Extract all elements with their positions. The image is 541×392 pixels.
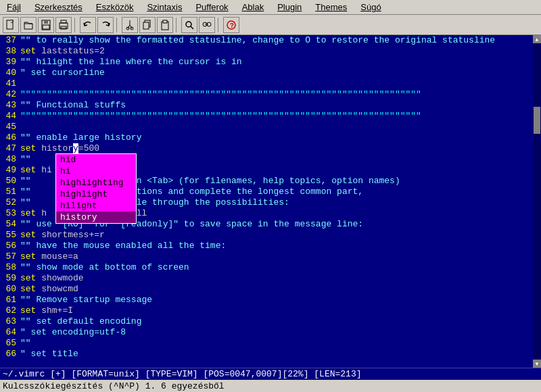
table-row: 57set mouse=a bbox=[0, 251, 533, 262]
line-number: 40 bbox=[1, 68, 20, 78]
line-content: " set cursorline bbox=[20, 68, 105, 78]
line-number: 41 bbox=[1, 78, 20, 89]
table-row: 43"" Functional stuffs bbox=[0, 100, 533, 111]
scrollbar[interactable]: ▲ ▼ bbox=[533, 35, 541, 368]
toolbar-find[interactable] bbox=[181, 17, 197, 33]
toolbar-save[interactable] bbox=[38, 17, 54, 33]
toolbar-paste[interactable] bbox=[157, 17, 173, 33]
table-row: 59set showmode bbox=[0, 273, 533, 284]
toolbar-open[interactable] bbox=[20, 17, 37, 33]
line-content: "" hilight the line where the cursor is … bbox=[20, 57, 242, 67]
toolbar-redo[interactable] bbox=[97, 17, 114, 33]
line-content: set shm+=I bbox=[20, 305, 73, 316]
table-row: 39"" hilight the line where the cursor i… bbox=[0, 57, 533, 68]
code-area[interactable]: 37"" to really show the formatted status… bbox=[0, 35, 533, 368]
line-content: set hi bbox=[20, 165, 52, 175]
toolbar-print[interactable] bbox=[55, 17, 72, 33]
ac-item-1[interactable]: hi bbox=[56, 166, 136, 177]
svg-text:?: ? bbox=[230, 22, 234, 30]
scroll-track[interactable] bbox=[533, 43, 541, 360]
line-number: 66 bbox=[1, 349, 20, 359]
ac-item-0[interactable]: hid bbox=[56, 154, 136, 166]
table-row: 63"" set default encoding bbox=[0, 316, 533, 327]
line-number: 42 bbox=[1, 89, 20, 99]
menu-tools[interactable]: Eszközök bbox=[92, 1, 138, 13]
line-number: 45 bbox=[1, 122, 20, 132]
table-row: 56"" have the mouse enabled all the time… bbox=[0, 241, 533, 251]
line-content: set mouse=a bbox=[20, 251, 78, 262]
table-row: 65"" bbox=[0, 338, 533, 349]
ac-item-2[interactable]: highlighting bbox=[56, 177, 136, 189]
line-content: "" have the mouse enabled all the time: bbox=[20, 241, 226, 251]
ac-item-5[interactable]: history bbox=[56, 212, 136, 223]
line-content: "" Remove startup message bbox=[20, 295, 152, 305]
menu-window[interactable]: Ablak bbox=[238, 1, 268, 13]
line-number: 62 bbox=[1, 305, 20, 316]
line-content: "" to really show the formatted statusli… bbox=[20, 35, 495, 45]
toolbar-help[interactable]: ? bbox=[223, 17, 239, 33]
menu-bar: Fájl Szerkesztés Eszközök Szintaxis Puff… bbox=[0, 0, 541, 15]
line-content bbox=[20, 78, 26, 89]
toolbar-cut[interactable] bbox=[122, 17, 138, 33]
line-number: 63 bbox=[1, 316, 20, 326]
table-row: 55set shortmess+=r bbox=[0, 230, 533, 241]
line-content: """"""""""""""""""""""""""""""""""""""""… bbox=[20, 111, 421, 121]
line-number: 65 bbox=[1, 338, 20, 348]
ac-item-3[interactable]: highlight bbox=[56, 189, 136, 200]
line-content: set showcmd bbox=[20, 284, 78, 294]
menu-file[interactable]: Fájl bbox=[3, 1, 25, 13]
statusbar: ~/.vimrc [+] [FORMAT=unix] [TYPE=VIM] [P… bbox=[0, 368, 541, 380]
editor: 37"" to really show the formatted status… bbox=[0, 35, 541, 368]
menu-plugin[interactable]: Plugin bbox=[273, 1, 306, 13]
table-row: 42""""""""""""""""""""""""""""""""""""""… bbox=[0, 89, 533, 100]
scroll-down-arrow[interactable]: ▼ bbox=[533, 360, 541, 368]
table-row: 46"" enable large history bbox=[0, 132, 533, 143]
scroll-thumb[interactable] bbox=[534, 107, 540, 134]
line-number: 49 bbox=[1, 165, 20, 175]
menu-help[interactable]: Súgó bbox=[356, 1, 385, 13]
svg-line-14 bbox=[191, 26, 193, 29]
line-number: 51 bbox=[1, 187, 20, 197]
line-number: 58 bbox=[1, 262, 20, 272]
toolbar-separator-1 bbox=[74, 18, 77, 32]
line-content: """"""""""""""""""""""""""""""""""""""""… bbox=[20, 89, 421, 99]
line-content: "" Functional stuffs bbox=[20, 100, 126, 110]
scroll-up-arrow[interactable]: ▲ bbox=[533, 35, 541, 43]
line-number: 39 bbox=[1, 57, 20, 67]
ac-item-4[interactable]: hilight bbox=[56, 200, 136, 212]
line-content: "" show mode at bottom of screen bbox=[20, 262, 189, 272]
svg-point-13 bbox=[186, 22, 191, 27]
table-row: 62set shm+=I bbox=[0, 305, 533, 316]
statusbar2: Kulcsszókiegészítés (^N^P) 1. 6 egyezésb… bbox=[0, 380, 541, 392]
toolbar-replace[interactable] bbox=[199, 17, 215, 33]
table-row: 47set history=500 bbox=[0, 143, 533, 154]
menu-buffers[interactable]: Pufferok bbox=[191, 1, 232, 13]
table-row: 38set laststatus=2 bbox=[0, 46, 533, 57]
line-number: 43 bbox=[1, 100, 20, 110]
line-number: 57 bbox=[1, 251, 20, 262]
line-number: 47 bbox=[1, 143, 20, 153]
table-row: 41 bbox=[0, 78, 533, 89]
line-number: 54 bbox=[1, 219, 20, 229]
autocomplete-dropdown[interactable]: hid hi highlighting highlight hilight hi… bbox=[55, 153, 137, 224]
table-row: 44""""""""""""""""""""""""""""""""""""""… bbox=[0, 111, 533, 122]
menu-syntax[interactable]: Szintaxis bbox=[143, 1, 186, 13]
toolbar-separator-4 bbox=[218, 18, 220, 32]
line-number: 48 bbox=[1, 154, 20, 164]
toolbar-separator-2 bbox=[116, 18, 119, 32]
toolbar-undo[interactable] bbox=[80, 17, 96, 33]
line-number: 53 bbox=[1, 208, 20, 218]
toolbar-copy[interactable] bbox=[139, 17, 156, 33]
toolbar-new[interactable] bbox=[3, 17, 19, 33]
line-content: " set encoding=utf-8 bbox=[20, 327, 126, 337]
table-row: 60set showcmd bbox=[0, 284, 533, 295]
line-number: 56 bbox=[1, 241, 20, 251]
statusbar2-text: Kulcsszókiegészítés (^N^P) 1. 6 egyezésb… bbox=[3, 381, 225, 391]
line-content: set history=500 bbox=[20, 143, 99, 153]
svg-rect-5 bbox=[61, 20, 66, 23]
svg-rect-12 bbox=[163, 20, 167, 23]
menu-themes[interactable]: Themes bbox=[311, 1, 351, 13]
line-content: "" enable large history bbox=[20, 132, 141, 143]
menu-edit[interactable]: Szerkesztés bbox=[30, 1, 87, 13]
table-row: 64" set encoding=utf-8 bbox=[0, 327, 533, 338]
